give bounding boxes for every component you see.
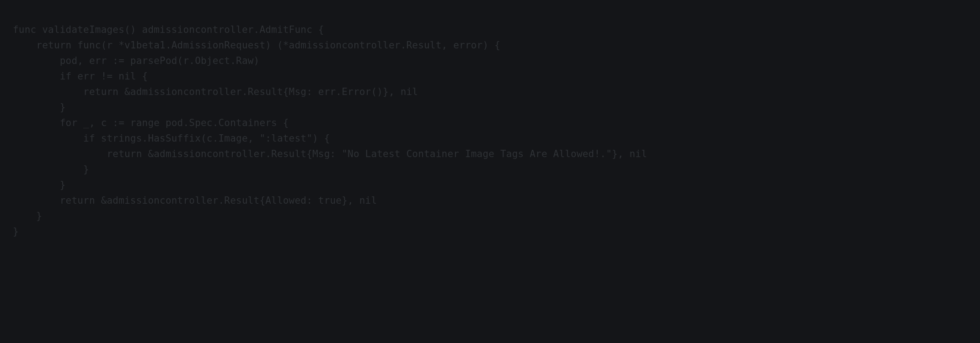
code-line: pod, err := parsePod(r.Object.Raw) [13,55,259,66]
code-line: } [13,226,19,237]
code-line: for _, c := range pod.Spec.Containers { [13,117,289,128]
code-line: if strings.HasSuffix(c.Image, ":latest")… [13,133,330,144]
code-line: } [13,164,89,175]
code-line: func validateImages() admissioncontrolle… [13,24,324,35]
code-line: return &admissioncontroller.Result{Allow… [13,195,377,206]
code-block: func validateImages() admissioncontrolle… [0,0,980,261]
code-line: } [13,179,66,190]
code-line: return func(r *v1beta1.AdmissionRequest)… [13,40,500,51]
code-line: } [13,211,42,222]
code-line: return &admissioncontroller.Result{Msg: … [13,86,418,97]
code-line: } [13,102,66,113]
code-line: if err != nil { [13,71,148,82]
code-line: return &admissioncontroller.Result{Msg: … [13,148,647,159]
